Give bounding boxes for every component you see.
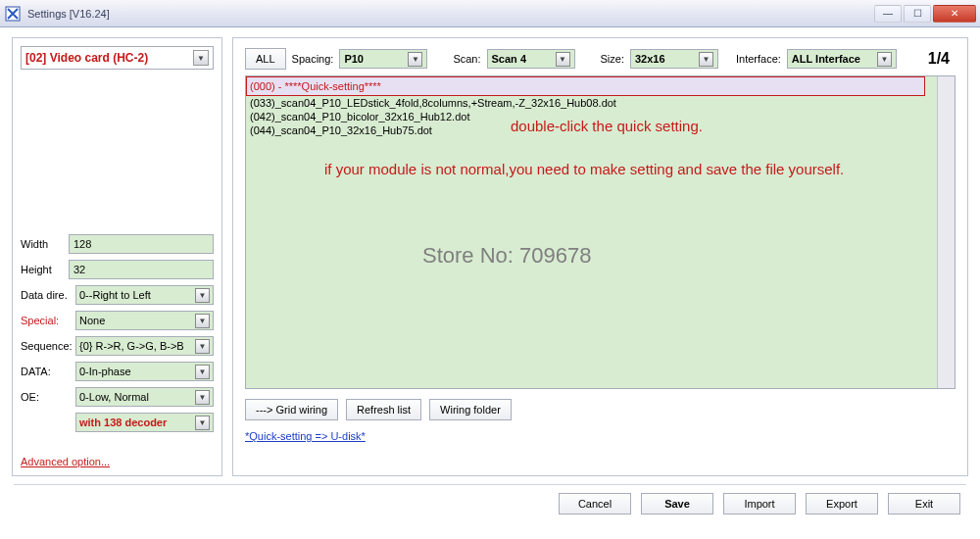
chevron-down-icon[interactable]: ▼ xyxy=(877,52,892,67)
data-label: DATA: xyxy=(21,366,75,377)
minimize-button[interactable]: — xyxy=(874,5,902,23)
window-title: Settings [V16.24] xyxy=(27,8,110,20)
exit-button[interactable]: Exit xyxy=(888,493,960,514)
chevron-down-icon[interactable]: ▼ xyxy=(195,288,210,303)
scrollbar[interactable] xyxy=(937,76,955,388)
footer-buttons: Cancel Save Import Export Exit xyxy=(0,485,980,514)
data-select[interactable]: 0-In-phase ▼ xyxy=(75,362,214,381)
cancel-button[interactable]: Cancel xyxy=(559,493,631,514)
video-card-select[interactable]: [02] Video card (HC-2) ▼ xyxy=(21,46,214,70)
scan-select[interactable]: Scan 4 ▼ xyxy=(487,49,575,69)
interface-label: Interface: xyxy=(736,53,781,65)
chevron-down-icon[interactable]: ▼ xyxy=(195,390,210,405)
import-button[interactable]: Import xyxy=(723,493,796,514)
special-label: Special: xyxy=(21,315,75,326)
chevron-down-icon[interactable]: ▼ xyxy=(556,52,570,67)
height-label: Height xyxy=(21,264,69,275)
datadir-label: Data dire. xyxy=(21,289,75,301)
module-list[interactable]: (000) - ****Quick-setting**** (033)_scan… xyxy=(245,75,956,389)
chevron-down-icon[interactable]: ▼ xyxy=(699,52,713,67)
save-button[interactable]: Save xyxy=(641,493,713,514)
grid-wiring-button[interactable]: ---> Grid wiring xyxy=(245,399,338,420)
list-item[interactable]: (033)_scan04_P10_LEDstick_4fold,8columns… xyxy=(246,96,955,110)
special-select[interactable]: None ▼ xyxy=(75,311,214,330)
datadir-select[interactable]: 0--Right to Left ▼ xyxy=(75,285,214,305)
chevron-down-icon[interactable]: ▼ xyxy=(195,365,210,379)
decoder-select[interactable]: with 138 decoder ▼ xyxy=(75,413,214,432)
chevron-down-icon[interactable]: ▼ xyxy=(408,52,422,67)
height-input[interactable] xyxy=(69,260,214,279)
size-select[interactable]: 32x16 ▼ xyxy=(630,49,718,69)
size-label: Size: xyxy=(601,53,624,65)
video-card-value: [02] Video card (HC-2) xyxy=(25,51,148,65)
chevron-down-icon[interactable]: ▼ xyxy=(195,339,210,354)
wiring-folder-button[interactable]: Wiring folder xyxy=(429,399,512,420)
scan-label: Scan: xyxy=(453,53,480,65)
page-indicator: 1/4 xyxy=(928,50,956,68)
spacing-select[interactable]: P10 ▼ xyxy=(339,49,427,69)
width-input[interactable] xyxy=(69,234,214,254)
titlebar: Settings [V16.24] — ☐ ✕ xyxy=(0,0,980,27)
right-panel: ALL Spacing: P10 ▼ Scan: Scan 4 ▼ Size: … xyxy=(232,37,968,476)
chevron-down-icon[interactable]: ▼ xyxy=(195,314,210,328)
quick-setting-link[interactable]: *Quick-setting => U-disk* xyxy=(245,430,366,442)
sequence-select[interactable]: {0} R->R, G->G, B->B ▼ xyxy=(75,336,214,356)
chevron-down-icon[interactable]: ▼ xyxy=(193,50,209,66)
annotation-text: double-click the quick setting. xyxy=(511,118,703,134)
interface-select[interactable]: ALL Interface ▼ xyxy=(787,49,897,69)
list-item[interactable]: (000) - ****Quick-setting**** xyxy=(246,76,925,96)
watermark-text: Store No: 709678 xyxy=(422,243,591,269)
close-button[interactable]: ✕ xyxy=(933,5,976,23)
sequence-label: Sequence: xyxy=(21,340,75,352)
chevron-down-icon[interactable]: ▼ xyxy=(195,416,210,430)
export-button[interactable]: Export xyxy=(806,493,878,514)
width-label: Width xyxy=(21,238,69,250)
spacing-label: Spacing: xyxy=(292,53,334,65)
advanced-option-link[interactable]: Advanced option... xyxy=(21,456,110,467)
left-panel: [02] Video card (HC-2) ▼ Width Height Da… xyxy=(12,37,222,476)
app-icon xyxy=(4,5,22,23)
oe-label: OE: xyxy=(21,391,75,403)
refresh-list-button[interactable]: Refresh list xyxy=(346,399,421,420)
filter-bar: ALL Spacing: P10 ▼ Scan: Scan 4 ▼ Size: … xyxy=(241,46,959,75)
maximize-button[interactable]: ☐ xyxy=(904,5,931,23)
annotation-text: if your module is not normal,you need to… xyxy=(324,161,903,177)
all-button[interactable]: ALL xyxy=(245,48,286,70)
oe-select[interactable]: 0-Low, Normal ▼ xyxy=(75,387,214,407)
